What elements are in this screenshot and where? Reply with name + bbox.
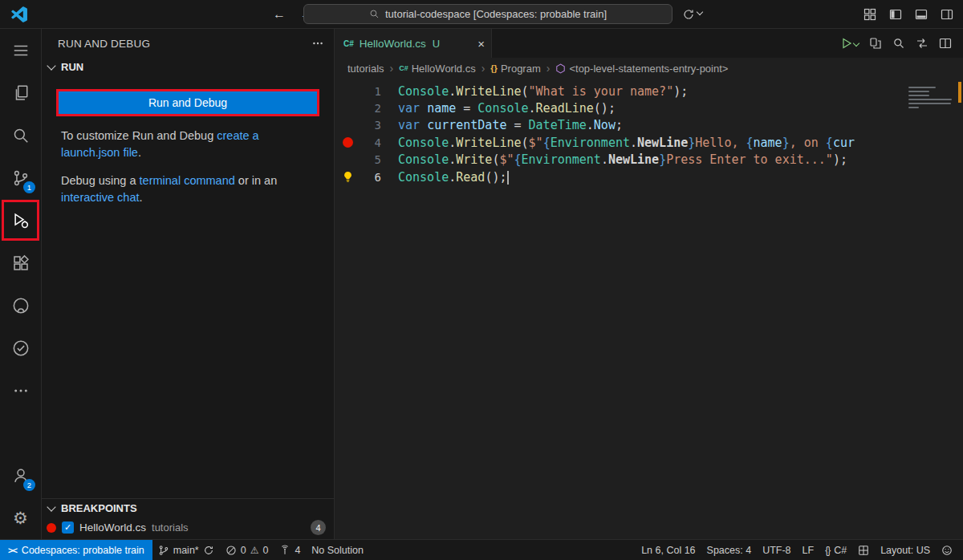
split-editor-icon[interactable] [939,37,952,50]
sidebar-item-explorer[interactable] [0,71,41,114]
settings-button[interactable]: ⚙ [0,497,41,539]
language-mode-status[interactable]: {} C# [819,540,852,560]
cursor-position-status[interactable]: Ln 6, Col 16 [636,540,701,560]
gutter-glyph-margin[interactable] [335,171,360,183]
line-number[interactable]: 4 [360,136,381,149]
overview-ruler[interactable] [957,79,963,539]
accounts-button[interactable]: 2 [0,454,41,497]
code-token: Write [456,152,492,167]
sidebar-item-run-and-debug[interactable] [0,199,41,241]
line-number[interactable]: 5 [360,153,381,166]
feedback-button[interactable] [936,540,958,560]
lightbulb-icon[interactable] [342,171,354,183]
code-token: name [754,136,782,150]
encoding-status[interactable]: UTF-8 [757,540,796,560]
editor-layout-status[interactable] [852,540,875,560]
session-refresh-dropdown[interactable] [682,8,702,21]
menu-button[interactable] [0,29,41,71]
run-section-header[interactable]: RUN [42,58,334,76]
breakpoints-section-header[interactable]: BREAKPOINTS [42,499,334,517]
code-token: , on [790,136,826,150]
status-bar: >< Codespaces: probable train main* 0 ⚠ … [0,539,963,560]
code-line[interactable]: 5Console.Write($"{Environment.NewLine}Pr… [335,152,963,168]
line-number[interactable]: 3 [360,119,381,132]
open-changes-icon[interactable] [869,37,882,50]
code-token: . [587,118,594,132]
sidebar-item-extensions[interactable] [0,241,41,284]
code-token: Console [398,170,449,185]
testing-check-icon [12,339,30,357]
breadcrumb-item[interactable]: tutorials [347,63,384,75]
sidebar-item-source-control[interactable]: 1 [0,156,41,199]
code-token: . [449,84,456,99]
sidebar-item-github[interactable] [0,284,41,327]
code-line[interactable]: 4Console.WriteLine($"{Environment.NewLin… [335,134,963,151]
code-token: Console [398,136,449,150]
breakpoint-icon[interactable] [343,137,353,148]
gear-icon: ⚙ [13,509,28,526]
line-number[interactable]: 1 [360,85,381,98]
customize-layout-icon[interactable] [863,8,876,21]
modified-region-marker [958,82,961,103]
gutter-glyph-margin[interactable] [335,137,360,148]
code-token: ; [616,118,623,132]
code-token: { [746,136,754,150]
remote-icon: >< [8,546,17,555]
close-icon[interactable]: × [477,37,485,51]
run-and-debug-button[interactable]: Run and Debug [59,91,317,114]
vscode-logo-icon [11,6,27,22]
sidebar-item-testing[interactable] [0,327,41,369]
breadcrumb-item[interactable]: C#HelloWorld.cs [399,63,475,75]
toggle-secondary-sidebar-icon[interactable] [941,8,953,21]
run-or-debug-button[interactable] [840,37,859,50]
views-more-actions-icon[interactable] [311,37,324,50]
back-button[interactable]: ← [273,7,286,22]
breadcrumb-item[interactable]: <top-level-statements-entry-point> [555,63,728,75]
code-token: ); [673,84,688,99]
code-token: { [826,136,833,150]
breadcrumb: tutorials›C#HelloWorld.cs›{}Program›<top… [335,58,963,79]
remote-indicator[interactable]: >< Codespaces: probable train [0,540,152,560]
breakpoint-enabled-checkbox[interactable]: ✓ [62,521,74,534]
problems-status[interactable]: 0 ⚠ 0 [220,540,274,560]
ports-status[interactable]: 4 [274,540,306,560]
breadcrumb-item[interactable]: {}Program [490,63,540,75]
code-line[interactable]: 6Console.Read(); [335,168,963,185]
keyboard-layout-status[interactable]: Layout: US [875,540,936,560]
code-token: NewLine [608,152,659,167]
chevron-down-icon [47,502,55,511]
indentation-status[interactable]: Spaces: 4 [701,540,758,560]
code-token [420,101,427,116]
tab-helloworld-cs[interactable]: C# HelloWorld.cs U × [335,29,492,58]
interactive-chat-link[interactable]: interactive chat [61,191,140,204]
code-line-text: var name = Console.ReadLine(); [398,101,616,116]
breadcrumb-item-label: Program [501,63,541,75]
line-number[interactable]: 2 [360,102,381,115]
compare-changes-icon[interactable] [916,37,928,50]
code-line[interactable]: 3var currentDate = DateTime.Now; [335,117,963,134]
additional-views-button[interactable] [0,369,41,412]
line-number[interactable]: 6 [360,171,381,184]
breakpoint-line-badge: 4 [311,520,326,535]
code-line[interactable]: 2var name = Console.ReadLine(); [335,99,963,116]
sidebar-item-search[interactable] [0,114,41,156]
minimap[interactable] [905,79,957,539]
command-center-search[interactable]: tutorial-codespace [Codespaces: probable… [303,4,672,24]
code-line[interactable]: 1Console.WriteLine("What is your name?")… [335,83,963,99]
code-token: ReadLine [536,101,594,116]
breakpoint-list-item[interactable]: ✓ HelloWorld.cs tutorials 4 [42,517,334,539]
solution-status[interactable]: No Solution [306,540,369,560]
eol-status[interactable]: LF [797,540,820,560]
language-label: C# [834,545,847,556]
terminal-command-link[interactable]: terminal command [140,174,235,187]
toggle-primary-sidebar-icon[interactable] [889,8,902,21]
code-editor[interactable]: 1Console.WriteLine("What is your name?")… [335,79,963,539]
toggle-panel-icon[interactable] [915,8,928,21]
code-token: ( [522,136,529,150]
code-token: Hello, [695,136,746,150]
search-editor-icon[interactable] [892,37,905,50]
code-token: { [514,152,522,167]
branch-status[interactable]: main* [152,540,220,560]
warning-count: 0 [262,545,268,556]
code-token: WriteLine [456,136,521,150]
